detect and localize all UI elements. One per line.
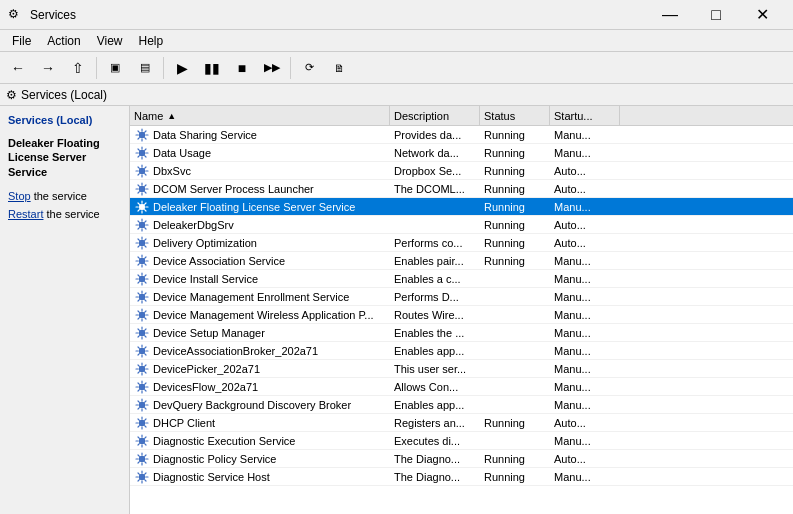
svg-point-17: [139, 438, 145, 444]
panel-service-name: Deleaker Floating License Server Service: [8, 136, 121, 179]
svg-point-5: [139, 222, 145, 228]
play-button[interactable]: ▶: [168, 55, 196, 81]
service-name-cell: Data Usage: [130, 144, 390, 161]
table-row[interactable]: DevicesFlow_202a71Allows Con...Manu...: [130, 378, 793, 396]
service-startup-cell: Manu...: [550, 288, 620, 305]
service-status-cell: Running: [480, 234, 550, 251]
menu-action[interactable]: Action: [39, 32, 88, 50]
menu-help[interactable]: Help: [131, 32, 172, 50]
service-startup-cell: Auto...: [550, 216, 620, 233]
title-bar: ⚙ Services — □ ✕: [0, 0, 793, 30]
menu-view[interactable]: View: [89, 32, 131, 50]
service-name-cell: DevicePicker_202a71: [130, 360, 390, 377]
address-path: Services (Local): [21, 88, 107, 102]
export-button[interactable]: 🗎: [325, 55, 353, 81]
service-icon: [134, 325, 150, 341]
pause-button[interactable]: ▮▮: [198, 55, 226, 81]
show-hide-button[interactable]: ▣: [101, 55, 129, 81]
table-row[interactable]: Device Management Enrollment ServicePerf…: [130, 288, 793, 306]
service-desc-cell: Enables pair...: [390, 252, 480, 269]
table-row[interactable]: Device Association ServiceEnables pair..…: [130, 252, 793, 270]
minimize-button[interactable]: —: [647, 0, 693, 30]
service-name-cell: Device Association Service: [130, 252, 390, 269]
service-status-cell: Running: [480, 198, 550, 215]
col-header-status[interactable]: Status: [480, 106, 550, 125]
service-icon: [134, 217, 150, 233]
svg-point-7: [139, 258, 145, 264]
svg-point-12: [139, 348, 145, 354]
svg-point-0: [139, 132, 145, 138]
service-icon: [134, 451, 150, 467]
service-status-cell: Running: [480, 450, 550, 467]
table-row[interactable]: DbxSvcDropbox Se...RunningAuto...: [130, 162, 793, 180]
window-controls: — □ ✕: [647, 0, 785, 30]
service-icon: [134, 379, 150, 395]
service-desc-cell: Enables app...: [390, 342, 480, 359]
close-button[interactable]: ✕: [739, 0, 785, 30]
service-icon: [134, 163, 150, 179]
properties-button[interactable]: ▤: [131, 55, 159, 81]
table-row[interactable]: DevicePicker_202a71This user ser...Manu.…: [130, 360, 793, 378]
service-startup-cell: Manu...: [550, 468, 620, 485]
col-header-name[interactable]: Name ▲: [130, 106, 390, 125]
service-startup-cell: Manu...: [550, 306, 620, 323]
table-row[interactable]: DeviceAssociationBroker_202a71Enables ap…: [130, 342, 793, 360]
service-name-cell: Delivery Optimization: [130, 234, 390, 251]
table-row[interactable]: Diagnostic Policy ServiceThe Diagno...Ru…: [130, 450, 793, 468]
service-desc-cell: The Diagno...: [390, 468, 480, 485]
table-row[interactable]: Data Sharing ServiceProvides da...Runnin…: [130, 126, 793, 144]
table-row[interactable]: Deleaker Floating License Server Service…: [130, 198, 793, 216]
table-row[interactable]: Device Install ServiceEnables a c...Manu…: [130, 270, 793, 288]
service-status-cell: Running: [480, 414, 550, 431]
toolbar-sep-3: [290, 57, 291, 79]
maximize-button[interactable]: □: [693, 0, 739, 30]
service-name-cell: Device Management Enrollment Service: [130, 288, 390, 305]
service-name-cell: Diagnostic Policy Service: [130, 450, 390, 467]
service-startup-cell: Auto...: [550, 450, 620, 467]
window-title: Services: [30, 8, 647, 22]
table-row[interactable]: DCOM Server Process LauncherThe DCOML...…: [130, 180, 793, 198]
service-name-cell: Data Sharing Service: [130, 126, 390, 143]
service-icon: [134, 199, 150, 215]
service-startup-cell: Manu...: [550, 270, 620, 287]
service-desc-cell: Routes Wire...: [390, 306, 480, 323]
service-startup-cell: Manu...: [550, 396, 620, 413]
forward-button[interactable]: →: [34, 55, 62, 81]
service-status-cell: Running: [480, 144, 550, 161]
stop-button[interactable]: ■: [228, 55, 256, 81]
address-bar: ⚙ Services (Local): [0, 84, 793, 106]
service-name-cell: Deleaker Floating License Server Service: [130, 198, 390, 215]
service-icon: [134, 253, 150, 269]
table-row[interactable]: DHCP ClientRegisters an...RunningAuto...: [130, 414, 793, 432]
stop-link[interactable]: Stop: [8, 190, 31, 202]
col-header-startup[interactable]: Startu...: [550, 106, 620, 125]
service-desc-cell: [390, 216, 480, 233]
restart-link[interactable]: Restart: [8, 208, 43, 220]
service-name-cell: DevQuery Background Discovery Broker: [130, 396, 390, 413]
service-list[interactable]: Data Sharing ServiceProvides da...Runnin…: [130, 126, 793, 514]
service-status-cell: [480, 270, 550, 287]
svg-point-15: [139, 402, 145, 408]
col-header-desc[interactable]: Description: [390, 106, 480, 125]
svg-point-1: [139, 150, 145, 156]
back-button[interactable]: ←: [4, 55, 32, 81]
service-startup-cell: Auto...: [550, 414, 620, 431]
service-desc-cell: Dropbox Se...: [390, 162, 480, 179]
panel-header: Services (Local): [8, 114, 121, 126]
table-row[interactable]: Delivery OptimizationPerforms co...Runni…: [130, 234, 793, 252]
right-panel: Name ▲ Description Status Startu... Data…: [130, 106, 793, 514]
table-row[interactable]: Diagnostic Execution ServiceExecutes di.…: [130, 432, 793, 450]
table-row[interactable]: Data UsageNetwork da...RunningManu...: [130, 144, 793, 162]
restart-button[interactable]: ▶▶: [258, 55, 286, 81]
refresh-button[interactable]: ⟳: [295, 55, 323, 81]
table-row[interactable]: DevQuery Background Discovery BrokerEnab…: [130, 396, 793, 414]
table-row[interactable]: DeleakerDbgSrvRunningAuto...: [130, 216, 793, 234]
service-icon: [134, 415, 150, 431]
table-row[interactable]: Device Setup ManagerEnables the ...Manu.…: [130, 324, 793, 342]
up-button[interactable]: ⇧: [64, 55, 92, 81]
table-row[interactable]: Device Management Wireless Application P…: [130, 306, 793, 324]
service-desc-cell: The DCOML...: [390, 180, 480, 197]
menu-file[interactable]: File: [4, 32, 39, 50]
service-startup-cell: Manu...: [550, 198, 620, 215]
table-row[interactable]: Diagnostic Service HostThe Diagno...Runn…: [130, 468, 793, 486]
